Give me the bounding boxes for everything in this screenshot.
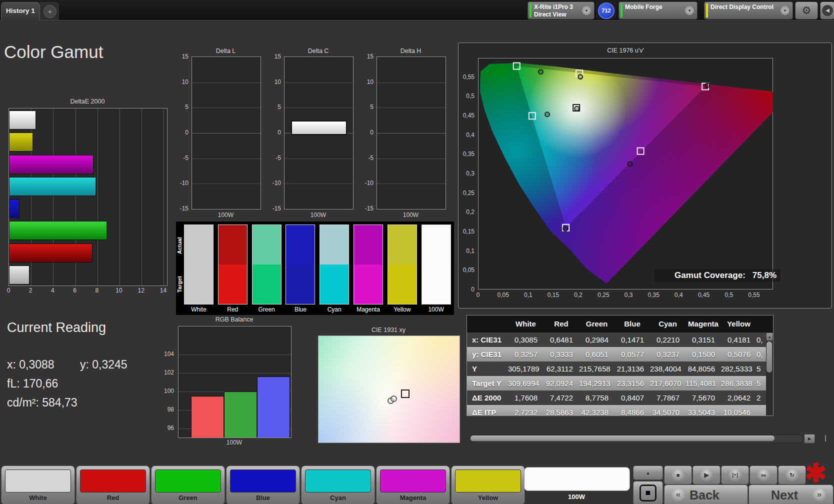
y-tick-label: -5 xyxy=(360,154,374,162)
swatch-column-blue xyxy=(286,225,314,304)
target-swatch xyxy=(252,264,281,304)
measure-icon: ▶ xyxy=(700,468,713,482)
chevron-down-icon[interactable]: ▼ xyxy=(780,6,790,15)
cell: 0,6481 xyxy=(544,332,579,347)
badge-value: 712 xyxy=(598,2,614,19)
gridline xyxy=(377,133,446,134)
reading-fl: fL: 170,66 xyxy=(7,377,58,390)
plus-icon: + xyxy=(44,5,56,18)
column-header: Blue xyxy=(614,316,650,332)
swatch-column-cyan xyxy=(320,225,348,304)
target-swatch xyxy=(422,264,450,304)
chevron-down-icon[interactable]: ▼ xyxy=(582,6,591,15)
swatch-label: Yellow xyxy=(388,306,416,313)
y-tick-label: 0,3 xyxy=(458,170,474,177)
column-header: Yellow xyxy=(721,316,756,332)
table-vertical-scrollbar[interactable]: ▲ xyxy=(766,332,773,416)
y-tick-label: -10 xyxy=(174,180,188,186)
chevron-down-icon[interactable]: ▼ xyxy=(685,6,694,15)
y-tick-label: 15 xyxy=(174,53,188,60)
cell: 2,0642 xyxy=(721,390,756,405)
pattern-button-cyan[interactable]: Cyan xyxy=(301,466,375,504)
next-button[interactable]: Next » xyxy=(748,484,834,504)
add-tab-button[interactable]: + xyxy=(40,2,59,20)
measured-marker-cyan xyxy=(545,112,550,116)
cell: 2 xyxy=(756,390,766,405)
y-tick-label: -10 xyxy=(360,180,374,186)
settings-button[interactable]: ⚙ xyxy=(795,2,818,20)
pattern-label: Yellow xyxy=(452,494,524,502)
actual-swatch xyxy=(422,225,450,264)
plot-area xyxy=(192,56,261,210)
cell: 0,0577 xyxy=(614,347,650,362)
cell: 0,2210 xyxy=(650,332,686,347)
gridline xyxy=(377,108,446,108)
table-horizontal-scrollbar[interactable] xyxy=(469,434,803,443)
meter-status-bar xyxy=(530,4,532,18)
step-button[interactable]: [+] xyxy=(721,466,749,484)
pattern-button-red[interactable]: Red xyxy=(76,466,150,504)
pattern-window-button[interactable]: ■ xyxy=(633,481,663,504)
meter-dropdown[interactable]: X-Rite i1Pro 3 Direct View ▼ xyxy=(528,2,594,20)
y-tick-label: 0 xyxy=(174,129,188,136)
y-tick-label: 5 xyxy=(174,104,188,110)
y-tick-label: -15 xyxy=(174,205,188,212)
plot-area xyxy=(284,56,354,210)
cell: 0, xyxy=(756,347,766,362)
scroll-thumb[interactable] xyxy=(766,342,772,372)
cell: 7,7867 xyxy=(650,390,686,405)
bar-white xyxy=(9,266,30,284)
actual-swatch xyxy=(354,225,382,264)
pattern-button-green[interactable]: Green xyxy=(151,466,225,504)
pattern-button-blue[interactable]: Blue xyxy=(226,466,300,504)
row-label: Y xyxy=(467,362,508,376)
scroll-up-icon[interactable]: ▲ xyxy=(766,332,773,341)
pattern-button-white[interactable]: White xyxy=(1,466,75,504)
y-axis-ticks: 1041021009896 xyxy=(158,326,176,437)
pattern-window-raise-button[interactable]: ▲ xyxy=(633,466,663,480)
cell: 0,8407 xyxy=(614,390,650,405)
scroll-thumb[interactable] xyxy=(470,436,774,441)
swatch-label: Magenta xyxy=(354,306,382,313)
gridline xyxy=(192,108,260,108)
source-dropdown[interactable]: Mobile Forge ▼ xyxy=(618,2,698,20)
measure-button[interactable]: ▶ xyxy=(692,466,720,484)
x-tick-label: 4 xyxy=(47,287,58,294)
next-label: Next xyxy=(771,488,798,502)
gridline xyxy=(377,184,446,184)
meter-count-badge: 712 xyxy=(596,2,616,18)
pattern-button-yellow[interactable]: Yellow xyxy=(451,466,525,504)
row-label: y: CIE31 xyxy=(467,347,508,362)
scroll-right-icon[interactable]: ▶ xyxy=(804,434,815,444)
x-tick-label: 0,2 xyxy=(570,292,588,298)
x-axis-ticks: 02468101214 xyxy=(8,287,174,295)
stop-button[interactable]: ■ xyxy=(664,466,692,484)
repeat-button[interactable]: ↻ xyxy=(778,466,806,484)
swatch-label: Cyan xyxy=(320,306,348,313)
y-tick-label: 102 xyxy=(158,369,174,376)
back-button[interactable]: « Back xyxy=(664,484,748,504)
continuous-button[interactable]: ∞ xyxy=(750,466,778,484)
cell: 5 xyxy=(756,376,766,390)
y-tick-label: 0 xyxy=(267,129,281,136)
pattern-window-icon: ■ xyxy=(640,484,656,502)
divider xyxy=(825,435,826,442)
column-header: Green xyxy=(579,316,614,332)
display-control-dropdown[interactable]: Direct Display Control ▼ xyxy=(704,2,793,20)
column-header: Cyan xyxy=(650,316,686,332)
cell: 8,4866 xyxy=(614,405,650,416)
cell: 0,3333 xyxy=(544,347,579,362)
tab-history-1[interactable]: History 1 xyxy=(1,2,40,20)
cell: 0,1471 xyxy=(614,332,650,347)
target-swatch xyxy=(354,264,382,304)
swatch-column-magenta xyxy=(354,225,382,304)
collapse-panel-button[interactable]: ◀ xyxy=(820,2,834,20)
table-row-y: Y305,178962,3112215,765821,3136238,40048… xyxy=(467,362,773,376)
reading-x: x: 0,3088 xyxy=(7,358,54,372)
pattern-button-100w[interactable] xyxy=(524,467,630,491)
pattern-button-magenta[interactable]: Magenta xyxy=(376,466,450,504)
reading-y: y: 0,3245 xyxy=(80,358,128,372)
table-row--e-2000: ΔE 20001,76087,47228,77580,84077,78677,5… xyxy=(467,390,773,405)
cell: 0,3237 xyxy=(650,347,686,362)
x-axis-label: 100W xyxy=(284,212,352,218)
